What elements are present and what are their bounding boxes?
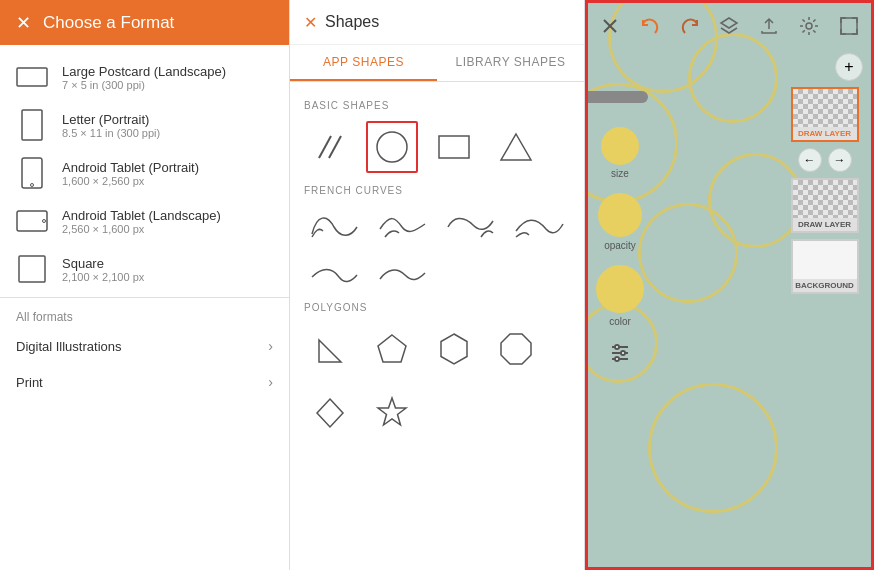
shape-star[interactable] (366, 387, 418, 439)
format-text: Android Tablet (Landscape) 2,560 × 1,600… (62, 208, 221, 235)
svg-rect-1 (22, 110, 42, 140)
svg-point-28 (615, 357, 619, 361)
layer-left-arrow[interactable]: ← (798, 148, 822, 172)
curve-5[interactable] (304, 254, 364, 294)
format-item-letter[interactable]: Letter (Portrait) 8.5 × 11 in (300 ppi) (0, 101, 289, 149)
format-name: Android Tablet (Portrait) (62, 160, 199, 175)
canvas-area[interactable]: size opacity color (588, 3, 871, 567)
format-name: Large Postcard (Landscape) (62, 64, 226, 79)
basic-shapes-title: BASIC SHAPES (304, 100, 570, 111)
color-label: color (609, 316, 631, 327)
format-size: 1,600 × 2,560 px (62, 175, 199, 187)
tab-library-shapes[interactable]: LIBRARY SHAPES (437, 45, 584, 81)
settings-icon[interactable] (795, 12, 823, 40)
format-icon-tablet-portrait (16, 157, 48, 189)
fullscreen-icon[interactable] (835, 12, 863, 40)
shape-pentagon[interactable] (366, 323, 418, 375)
french-curves-title: FRENCH CURVES (304, 185, 570, 196)
size-circle[interactable] (601, 127, 639, 165)
tab-app-shapes[interactable]: APP SHAPES (290, 45, 437, 81)
format-icon-square (16, 253, 48, 285)
chevron-right-icon: › (268, 338, 273, 354)
curve-2[interactable] (372, 206, 432, 246)
svg-marker-14 (441, 334, 467, 364)
curve-6[interactable] (372, 254, 432, 294)
format-size: 2,560 × 1,600 px (62, 223, 221, 235)
format-item-android-portrait[interactable]: Android Tablet (Portrait) 1,600 × 2,560 … (0, 149, 289, 197)
shape-octagon[interactable] (490, 323, 542, 375)
color-control: color (596, 265, 644, 327)
svg-marker-13 (378, 335, 406, 362)
layer-label-draw-inactive: DRAW LAYER (798, 218, 851, 231)
shape-triangle[interactable] (490, 121, 542, 173)
print-link[interactable]: Print › (0, 364, 289, 400)
format-text: Large Postcard (Landscape) 7 × 5 in (300… (62, 64, 226, 91)
shape-hexagon[interactable] (428, 323, 480, 375)
section-link-label: Digital Illustrations (16, 339, 122, 354)
svg-line-8 (329, 136, 341, 158)
shapes-close-icon[interactable]: ✕ (304, 13, 317, 32)
layer-thumbnail (793, 180, 857, 218)
layers-icon[interactable] (716, 12, 744, 40)
svg-rect-0 (17, 68, 47, 86)
close-button[interactable] (596, 12, 624, 40)
panel-title: Choose a Format (43, 13, 174, 33)
opacity-label: opacity (604, 240, 636, 251)
undo-icon[interactable] (636, 12, 664, 40)
layer-arrow-row: ← → (798, 148, 852, 172)
chevron-right-icon: › (268, 374, 273, 390)
format-item-android-landscape[interactable]: Android Tablet (Landscape) 2,560 × 1,600… (0, 197, 289, 245)
polygons-title: POLYGONS (304, 302, 570, 313)
format-text: Android Tablet (Portrait) 1,600 × 2,560 … (62, 160, 199, 187)
format-item-large-postcard[interactable]: Large Postcard (Landscape) 7 × 5 in (300… (0, 53, 289, 101)
svg-marker-15 (501, 334, 531, 364)
shape-circle[interactable] (366, 121, 418, 173)
svg-marker-20 (721, 18, 737, 28)
svg-marker-16 (317, 399, 343, 427)
basic-shapes-row (304, 121, 570, 173)
shape-diamond[interactable] (304, 387, 356, 439)
svg-marker-11 (501, 134, 531, 160)
adjust-icon[interactable] (608, 341, 632, 370)
opacity-circle[interactable] (598, 193, 642, 237)
format-name: Letter (Portrait) (62, 112, 160, 127)
upload-icon[interactable] (755, 12, 783, 40)
format-item-square[interactable]: Square 2,100 × 2,100 px (0, 245, 289, 293)
svg-point-26 (615, 345, 619, 349)
side-controls: size opacity color (596, 58, 644, 370)
svg-rect-22 (841, 18, 857, 34)
shape-rectangle[interactable] (428, 121, 480, 173)
deco-circle-6 (648, 383, 778, 513)
redo-icon[interactable] (676, 12, 704, 40)
shape-slash[interactable] (304, 121, 356, 173)
close-icon[interactable]: ✕ (16, 14, 31, 32)
layer-label-background: BACKGROUND (795, 279, 854, 292)
shape-small-triangle[interactable] (304, 323, 356, 375)
format-icon-landscape (16, 61, 48, 93)
shapes-title: Shapes (325, 13, 379, 31)
format-text: Square 2,100 × 2,100 px (62, 256, 144, 283)
layer-draw-active[interactable]: DRAW LAYER (791, 87, 859, 142)
size-control: size (601, 127, 639, 179)
right-panel: size opacity color (585, 0, 874, 570)
curve-1[interactable] (304, 206, 364, 246)
layer-right-arrow[interactable]: → (828, 148, 852, 172)
format-size: 2,100 × 2,100 px (62, 271, 144, 283)
add-layer-button[interactable]: + (835, 53, 863, 81)
digital-illustrations-link[interactable]: Digital Illustrations › (0, 328, 289, 364)
opacity-control: opacity (598, 193, 642, 251)
svg-point-9 (377, 132, 407, 162)
polygons-row2 (304, 387, 570, 439)
left-panel: ✕ Choose a Format Large Postcard (Landsc… (0, 0, 290, 570)
section-link-label: Print (16, 375, 43, 390)
layers-panel: + DRAW LAYER ← → DRAW LAYER BACKGROUND (782, 53, 867, 294)
polygons-row1 (304, 323, 570, 375)
color-circle[interactable] (596, 265, 644, 313)
curve-3[interactable] (440, 206, 500, 246)
curve-4[interactable] (508, 206, 568, 246)
format-list: Large Postcard (Landscape) 7 × 5 in (300… (0, 45, 289, 570)
french-curves-row1 (304, 206, 570, 246)
layer-draw-inactive[interactable]: DRAW LAYER (791, 178, 859, 233)
layer-background[interactable]: BACKGROUND (791, 239, 859, 294)
size-label: size (611, 168, 629, 179)
